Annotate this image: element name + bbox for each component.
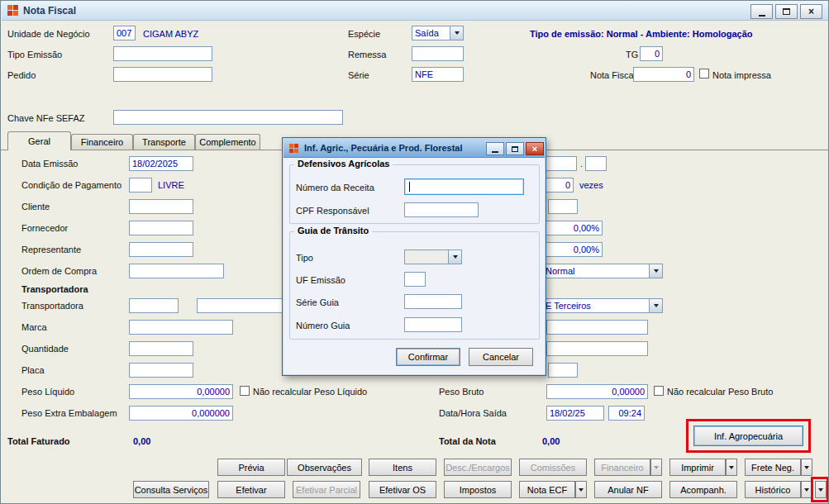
serie-guia-label: Série Guia [296,297,339,308]
dropdown-arrow-icon[interactable] [649,264,662,278]
right-small-field-1[interactable] [548,199,578,214]
maximize-button[interactable] [775,4,798,19]
nao-recalcular-peso-liquido-checkbox[interactable] [240,386,250,396]
tab-financeiro[interactable]: Financeiro [71,134,133,150]
dropdown-arrow-icon[interactable] [649,299,662,312]
nota-impressa-checkbox[interactable] [699,69,709,78]
previa-button[interactable]: Prévia [217,459,285,476]
marca-field[interactable] [129,320,233,335]
uf-placa-field[interactable] [548,363,578,378]
company-name: CIGAM ABYZ [143,29,198,40]
transportadora-name-field[interactable] [197,298,296,313]
dialog-maximize-button[interactable] [506,142,524,155]
comissoes-button: Comissões [519,459,587,476]
imprimir-button[interactable]: Imprimir [669,459,726,476]
observacoes-button[interactable]: Observações [287,459,362,476]
serie-guia-field[interactable] [404,294,462,309]
right-field-2[interactable] [546,320,648,335]
efetivar-parcial-button: Efetivar Parcial [293,481,360,498]
tab-geral[interactable]: Geral [7,131,71,150]
itens-button[interactable]: Itens [369,459,436,476]
titlebar: Nota Fiscal × [2,1,829,21]
cliente-label: Cliente [21,202,50,212]
window-title: Nota Fiscal [23,5,76,17]
consulta-servicos-button[interactable]: Consulta Serviços [133,481,209,498]
fornecedor-label: Fornecedor [21,223,68,234]
historico-button[interactable]: Histórico [745,481,801,498]
desc-encargos-button: Desc./Encargos [444,459,512,476]
tab-transporte[interactable]: Transporte [133,134,195,150]
dropdown-arrow-icon[interactable] [448,250,461,264]
efetivar-button[interactable]: Efetivar [217,481,285,498]
confirmar-button[interactable]: Confirmar [396,348,460,366]
right-field-3[interactable] [546,341,648,356]
frete-neg-dropdown-button[interactable] [801,459,812,476]
emission-banner: Tipo de emissão: Normal - Ambiente: Homo… [530,29,753,40]
uf-emissao-label: UF Emissão [296,275,345,286]
data-emissao-field[interactable]: 18/02/2025 [129,156,193,171]
efetivar-os-button[interactable]: Efetivar OS [369,481,436,498]
percent-field-1[interactable]: 0,00% [540,221,603,235]
serie-field[interactable]: NFE [412,67,464,82]
nao-recalcular-peso-bruto-checkbox[interactable] [654,386,664,396]
minimize-icon [759,15,765,17]
tipo-frete-select[interactable]: Normal [542,264,663,278]
unidade-negocio-field[interactable]: 007 [113,26,136,40]
chave-nfe-field[interactable] [113,110,343,125]
imprimir-dropdown-button[interactable] [726,459,737,476]
ordem-compra-field[interactable] [129,264,224,278]
cancelar-button[interactable]: Cancelar [469,348,533,366]
dialog-titlebar: Inf. Agric., Pecuária e Prod. Florestal … [283,139,545,158]
guia-transito-group-title: Guia de Trânsito [294,226,372,235]
data-saida-field[interactable]: 18/02/25 [546,406,604,421]
representante-label: Representante [21,245,81,255]
representante-field[interactable] [129,242,193,257]
tab-complemento[interactable]: Complemento [195,134,260,150]
tipo-emissao-field[interactable] [113,46,212,61]
dialog-minimize-button[interactable] [486,142,504,155]
percent-field-2[interactable]: 0,00% [540,242,603,257]
condicao-pagamento-field[interactable] [129,178,152,193]
peso-extra-field[interactable]: 0,000000 [129,406,233,421]
frete-por-select[interactable]: E Terceiros [542,298,663,313]
peso-bruto-field[interactable]: 0,00000 [546,384,648,399]
transportadora-code-field[interactable] [129,298,179,313]
dropdown-arrow-icon [579,488,584,494]
maximize-icon [512,146,518,152]
anular-nf-button[interactable]: Anular NF [594,481,662,498]
remessa-field[interactable] [412,46,464,61]
cfop-field[interactable] [544,156,577,171]
cfop-sub-field[interactable] [585,156,607,171]
acompanh-button[interactable]: Acompanh. [669,481,737,498]
app-logo-icon [7,5,12,10]
quantidade-field[interactable] [129,341,193,356]
nota-fiscal-field[interactable]: 0 [633,67,694,82]
total-faturado-value: 0,00 [133,436,150,447]
placa-field[interactable] [129,363,193,378]
hora-saida-field[interactable]: 09:24 [608,406,645,421]
especie-select[interactable]: Saída [412,26,464,40]
close-icon: × [532,145,537,154]
minimize-icon [492,151,498,153]
fornecedor-field[interactable] [129,221,193,235]
uf-emissao-field[interactable] [404,272,426,287]
pedido-field[interactable] [113,67,212,82]
inf-agropecuaria-dialog: Inf. Agric., Pecuária e Prod. Florestal … [282,137,546,376]
frete-neg-button[interactable]: Frete Neg. [745,459,801,476]
peso-liquido-field[interactable]: 0,00000 [129,384,233,399]
close-button[interactable]: × [800,4,822,19]
tg-field[interactable]: 0 [640,46,663,61]
nota-ecf-dropdown-button[interactable] [575,481,587,498]
dialog-close-button[interactable]: × [526,142,544,155]
dropdown-arrow-icon[interactable] [450,26,463,40]
cpf-responsavel-field[interactable] [404,202,479,217]
tipo-select[interactable] [404,250,462,264]
minimize-button[interactable] [750,4,773,19]
impostos-button[interactable]: Impostos [444,481,512,498]
close-icon: × [808,7,814,17]
numero-guia-field[interactable] [404,317,462,332]
cliente-field[interactable] [129,199,193,214]
nota-ecf-button[interactable]: Nota ECF [519,481,575,498]
numero-receita-field[interactable] [404,178,524,195]
total-faturado-label: Total Faturado [7,436,70,447]
